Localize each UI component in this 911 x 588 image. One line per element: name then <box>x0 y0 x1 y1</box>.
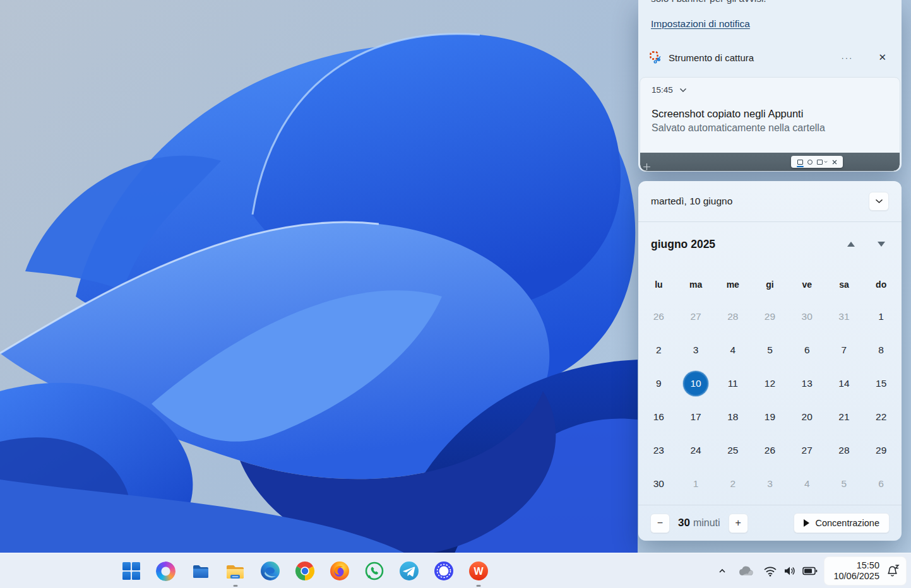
focus-minutes-decrease-button[interactable]: − <box>650 514 670 533</box>
notification-center-panel: solo i banner per gli avvisi. Impostazio… <box>638 0 902 172</box>
calendar-day[interactable]: 29 <box>862 433 900 467</box>
blue-folder-icon <box>191 561 211 581</box>
onedrive-cloud-icon <box>738 565 753 577</box>
notification-title: Screenshot copiato negli Appunti <box>652 108 888 120</box>
quick-settings-button[interactable] <box>759 558 822 584</box>
taskbar-start-button[interactable] <box>114 553 148 588</box>
taskbar-chrome-button[interactable] <box>287 553 322 588</box>
tray-overflow-button[interactable] <box>712 558 732 584</box>
focus-minutes-increase-button[interactable]: + <box>729 514 748 533</box>
wps-office-icon: W <box>468 561 489 581</box>
taskbar-whatsapp-button[interactable] <box>357 553 391 588</box>
calendar-day[interactable]: 1 <box>677 467 715 500</box>
calendar-day[interactable]: 9 <box>640 367 677 400</box>
calendar-day[interactable]: 16 <box>640 400 677 433</box>
snip-mini-toolbar <box>791 156 843 168</box>
calendar-day[interactable]: 4 <box>714 333 751 367</box>
telegram-icon <box>399 561 419 581</box>
calendar-day[interactable]: 7 <box>826 333 863 367</box>
calendar-day[interactable]: 28 <box>826 433 863 467</box>
calendar-day[interactable]: 2 <box>714 467 751 500</box>
calendar-day[interactable]: 5 <box>826 467 863 500</box>
calendar-day[interactable]: 27 <box>677 300 715 333</box>
battery-icon <box>802 567 818 575</box>
snip-camera-icon[interactable] <box>807 160 813 165</box>
calendar-day[interactable]: 18 <box>714 400 751 433</box>
calendar-month-row: giugno 2025 <box>638 222 902 266</box>
notification-settings-link[interactable]: Impostazioni di notifica <box>651 18 750 30</box>
tray-time: 15:50 <box>833 560 879 571</box>
calendar-next-month-icon[interactable] <box>878 242 885 247</box>
copilot-icon <box>156 562 176 581</box>
calendar-prev-month-icon[interactable] <box>847 242 855 247</box>
taskbar-firefox-button[interactable] <box>322 553 357 588</box>
calendar-day[interactable]: 27 <box>789 433 826 467</box>
calendar-weekday-header: sa <box>826 269 863 300</box>
calendar-day[interactable]: 11 <box>714 367 751 400</box>
chrome-icon <box>295 561 315 581</box>
calendar-weekday-header: lu <box>640 269 677 300</box>
calendar-day[interactable]: 29 <box>751 300 789 333</box>
snip-window-mode-icon[interactable] <box>817 160 828 165</box>
calendar-day[interactable]: 26 <box>640 300 677 333</box>
calendar-day[interactable]: 8 <box>862 333 900 367</box>
clock-tray-button[interactable]: 15:50 10/06/2025 <box>824 556 907 585</box>
calendar-day[interactable]: 25 <box>714 433 751 467</box>
calendar-day[interactable]: 30 <box>789 300 826 333</box>
taskbar-file-explorer-button[interactable] <box>218 553 253 588</box>
calendar-day[interactable]: 5 <box>751 333 789 367</box>
calendar-month-label: giugno 2025 <box>651 238 715 251</box>
play-icon <box>804 519 809 527</box>
focus-session-bar: − 30minuti + Concentrazione <box>638 505 902 541</box>
calendar-day[interactable]: 3 <box>677 333 715 367</box>
taskbar-edge-button[interactable] <box>253 553 287 588</box>
snip-close-icon[interactable] <box>832 160 837 165</box>
calendar-day[interactable]: 28 <box>714 300 751 333</box>
taskbar-folder-button[interactable] <box>183 553 218 588</box>
calendar-day[interactable]: 6 <box>789 333 826 367</box>
calendar-day[interactable]: 23 <box>640 433 677 467</box>
taskbar-wps-button[interactable]: W <box>461 553 496 588</box>
svg-text:W: W <box>473 566 484 577</box>
calendar-day[interactable]: 31 <box>826 300 863 333</box>
firefox-icon <box>330 561 350 581</box>
calendar-day[interactable]: 10 <box>677 367 715 400</box>
calendar-collapse-button[interactable] <box>869 192 889 211</box>
calendar-day[interactable]: 13 <box>789 367 826 400</box>
focus-minutes-value: 30 <box>678 517 690 529</box>
snip-rectangle-mode-icon[interactable] <box>797 160 803 165</box>
volume-icon <box>783 565 796 577</box>
calendar-day[interactable]: 15 <box>862 367 900 400</box>
calendar-day[interactable]: 26 <box>751 433 789 467</box>
notification-card[interactable]: 15:45 Screenshot copiato negli Appunti S… <box>640 77 900 172</box>
calendar-day[interactable]: 12 <box>751 367 789 400</box>
calendar-day[interactable]: 30 <box>640 467 677 500</box>
calendar-day[interactable]: 17 <box>677 400 715 433</box>
taskbar-signal-button[interactable] <box>426 553 461 588</box>
focus-start-button[interactable]: Concentrazione <box>794 513 890 533</box>
calendar-day[interactable]: 6 <box>862 467 900 500</box>
notification-expand-chevron-icon[interactable] <box>679 88 687 93</box>
focus-minutes-unit: minuti <box>693 517 720 528</box>
calendar-day[interactable]: 4 <box>789 467 826 500</box>
calendar-day[interactable]: 2 <box>640 333 677 367</box>
calendar-weekday-header: me <box>714 269 751 300</box>
taskbar-telegram-button[interactable] <box>391 553 426 588</box>
calendar-day[interactable]: 3 <box>751 467 789 500</box>
notification-close-icon[interactable]: ✕ <box>874 50 890 64</box>
calendar-day[interactable]: 22 <box>862 400 900 433</box>
calendar-day[interactable]: 19 <box>751 400 789 433</box>
calendar-day[interactable]: 14 <box>826 367 863 400</box>
notification-app-name: Strumento di cattura <box>669 52 754 63</box>
focus-start-label: Concentrazione <box>815 518 879 528</box>
system-tray <box>712 553 822 588</box>
calendar-day[interactable]: 1 <box>862 300 900 333</box>
calendar-day[interactable]: 24 <box>677 433 715 467</box>
notification-more-icon[interactable]: ··· <box>837 52 857 64</box>
notification-group-header: Strumento di cattura ··· ✕ <box>638 48 902 67</box>
calendar-day[interactable]: 21 <box>826 400 863 433</box>
calendar-day[interactable]: 20 <box>789 400 826 433</box>
onedrive-tray-button[interactable] <box>732 558 759 584</box>
taskbar-copilot-button[interactable] <box>148 553 183 588</box>
taskbar: W <box>0 553 911 588</box>
